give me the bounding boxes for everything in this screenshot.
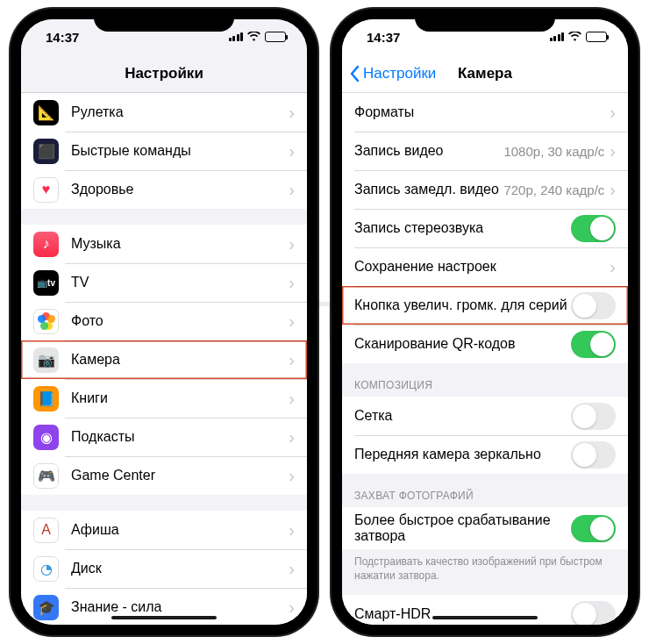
chevron-right-icon: › bbox=[610, 181, 616, 198]
phone-left: 14:37 Настройки 📐Рулетка›⬛Быстрые команд… bbox=[11, 9, 317, 635]
section-header: ЗАХВАТ ФОТОГРАФИЙ bbox=[342, 474, 628, 507]
settings-row-podcasts[interactable]: ◉Подкасты› bbox=[21, 418, 307, 456]
health-icon: ♥ bbox=[33, 177, 59, 203]
setting-row[interactable]: Сетка bbox=[342, 397, 628, 435]
setting-row[interactable]: Запись видео1080p, 30 кадр/с› bbox=[342, 132, 628, 170]
row-label: Быстрые команды bbox=[71, 143, 289, 159]
settings-row-photos[interactable]: Фото› bbox=[21, 302, 307, 340]
setting-row[interactable]: Запись стереозвука bbox=[342, 209, 628, 247]
setting-row[interactable]: Запись замедл. видео720p, 240 кадр/с› bbox=[342, 170, 628, 209]
settings-row-shortcuts[interactable]: ⬛Быстрые команды› bbox=[21, 132, 307, 170]
toggle-switch[interactable] bbox=[571, 215, 616, 242]
photos-icon bbox=[33, 309, 59, 334]
notch bbox=[94, 9, 234, 32]
setting-row[interactable]: Форматы› bbox=[342, 93, 628, 132]
row-label: Подкасты bbox=[71, 429, 289, 445]
camera-icon: 📷 bbox=[33, 347, 59, 373]
setting-row[interactable]: Кнопка увелич. громк. для серий bbox=[342, 286, 628, 325]
shortcuts-icon: ⬛ bbox=[33, 139, 59, 164]
row-label: Game Center bbox=[71, 468, 289, 483]
setting-row[interactable]: Сохранение настроек› bbox=[342, 247, 628, 286]
chevron-right-icon: › bbox=[289, 428, 295, 446]
page-title: Камера bbox=[458, 65, 512, 82]
screen-left: 14:37 Настройки 📐Рулетка›⬛Быстрые команд… bbox=[21, 19, 307, 625]
tv-icon: 📺tv bbox=[33, 270, 59, 296]
nav-bar: Настройки Камера bbox=[342, 54, 628, 93]
ruletka-icon: 📐 bbox=[33, 100, 59, 125]
notch bbox=[415, 9, 555, 32]
settings-row-tv[interactable]: 📺tvTV› bbox=[21, 263, 307, 302]
row-label: Сканирование QR-кодов bbox=[354, 336, 571, 352]
chevron-right-icon: › bbox=[289, 142, 295, 160]
chevron-right-icon: › bbox=[610, 104, 616, 121]
row-label: Запись замедл. видео bbox=[354, 182, 503, 197]
toggle-switch[interactable] bbox=[571, 403, 616, 430]
podcasts-icon: ◉ bbox=[33, 425, 59, 450]
music-icon: ♪ bbox=[33, 232, 59, 257]
chevron-right-icon: › bbox=[289, 521, 295, 539]
row-label: Сетка bbox=[354, 408, 571, 424]
chevron-right-icon: › bbox=[610, 258, 616, 275]
row-label: Камера bbox=[71, 352, 289, 368]
row-label: Диск bbox=[71, 561, 289, 576]
row-detail: 720p, 240 кадр/с bbox=[503, 182, 604, 197]
books-icon: 📘 bbox=[33, 386, 59, 411]
row-label: Сохранение настроек bbox=[354, 259, 610, 275]
znanie-icon: 🎓 bbox=[33, 595, 59, 620]
wifi-icon bbox=[568, 30, 581, 44]
camera-settings-list[interactable]: Форматы›Запись видео1080p, 30 кадр/с›Зап… bbox=[342, 93, 628, 625]
row-label: Смарт-HDR bbox=[354, 606, 571, 622]
status-time: 14:37 bbox=[367, 30, 400, 45]
setting-row[interactable]: Передняя камера зеркально bbox=[342, 435, 628, 474]
row-label: Форматы bbox=[354, 104, 610, 120]
row-label: Более быстрое срабатывание затвора bbox=[354, 512, 571, 544]
row-label: Передняя камера зеркально bbox=[354, 447, 571, 462]
section-header: КОМПОЗИЦИЯ bbox=[342, 363, 628, 397]
settings-row-gamecenter[interactable]: 🎮Game Center› bbox=[21, 456, 307, 495]
toggle-switch[interactable] bbox=[571, 331, 616, 358]
row-label: Запись видео bbox=[354, 143, 503, 159]
screen-right: 14:37 Настройки Камера Форматы›Запись ви… bbox=[342, 19, 628, 625]
chevron-right-icon: › bbox=[289, 560, 295, 577]
back-button[interactable]: Настройки bbox=[349, 54, 436, 92]
back-label: Настройки bbox=[363, 65, 436, 82]
row-label: Фото bbox=[71, 313, 289, 329]
disk-icon: ◔ bbox=[33, 556, 59, 582]
row-label: Здоровье bbox=[71, 182, 289, 197]
signal-icon bbox=[229, 32, 244, 41]
setting-row[interactable]: Более быстрое срабатывание затвора bbox=[342, 507, 628, 549]
status-time: 14:37 bbox=[46, 30, 79, 45]
setting-row[interactable]: Сканирование QR-кодов bbox=[342, 325, 628, 363]
row-label: Афиша bbox=[71, 522, 289, 538]
chevron-right-icon: › bbox=[289, 351, 295, 369]
section-footer: Подстраивать качество изображений при бы… bbox=[342, 549, 628, 586]
battery-icon bbox=[265, 32, 286, 42]
settings-row-afisha[interactable]: AАфиша› bbox=[21, 511, 307, 549]
home-indicator[interactable] bbox=[432, 616, 538, 619]
home-indicator[interactable] bbox=[111, 616, 217, 619]
row-label: Знание - сила bbox=[71, 599, 289, 615]
settings-row-health[interactable]: ♥Здоровье› bbox=[21, 170, 307, 209]
settings-row-ruletka[interactable]: 📐Рулетка› bbox=[21, 93, 307, 132]
settings-row-music[interactable]: ♪Музыка› bbox=[21, 225, 307, 263]
toggle-switch[interactable] bbox=[571, 441, 616, 469]
settings-list[interactable]: 📐Рулетка›⬛Быстрые команды›♥Здоровье›♪Муз… bbox=[21, 93, 307, 625]
toggle-switch[interactable] bbox=[571, 515, 616, 542]
page-title: Настройки bbox=[125, 65, 203, 82]
toggle-switch[interactable] bbox=[571, 292, 616, 319]
settings-row-disk[interactable]: ◔Диск› bbox=[21, 549, 307, 588]
row-label: Музыка bbox=[71, 236, 289, 252]
chevron-right-icon: › bbox=[289, 598, 295, 616]
toggle-switch[interactable] bbox=[571, 601, 616, 625]
row-label: Книги bbox=[71, 390, 289, 406]
settings-row-books[interactable]: 📘Книги› bbox=[21, 379, 307, 418]
chevron-right-icon: › bbox=[289, 390, 295, 407]
signal-icon bbox=[550, 32, 565, 41]
setting-row[interactable]: Смарт-HDR bbox=[342, 595, 628, 625]
settings-row-camera[interactable]: 📷Камера› bbox=[21, 340, 307, 379]
chevron-right-icon: › bbox=[289, 235, 295, 253]
row-label: TV bbox=[71, 275, 289, 290]
nav-bar: Настройки bbox=[21, 54, 307, 93]
gamecenter-icon: 🎮 bbox=[33, 463, 59, 489]
status-icons bbox=[229, 30, 287, 44]
